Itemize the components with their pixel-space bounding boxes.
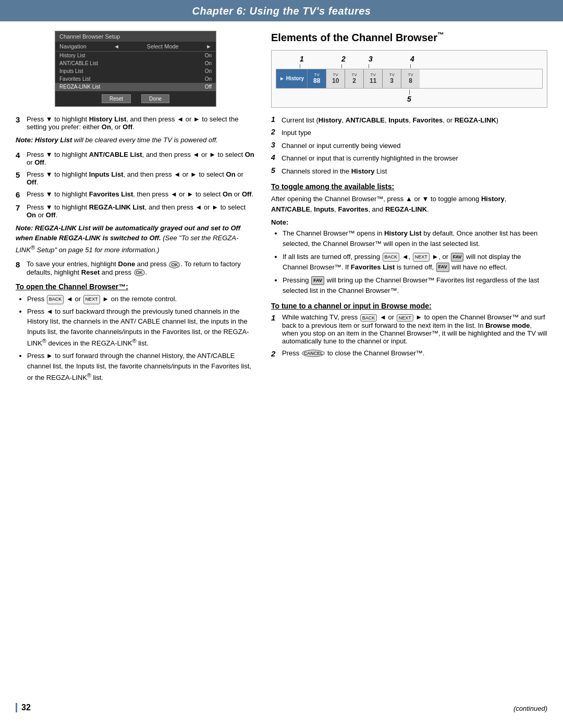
right-item-text: Current list (History, ANT/CABLE, Inputs…	[282, 115, 498, 126]
open-bullet-3: Press ► to surf forward through the chan…	[27, 351, 255, 383]
settings-table: History ListOnANT/CABLE ListOnInputs Lis…	[55, 52, 216, 91]
left-column: Channel Browser Setup Navigation ◄ Selec…	[16, 31, 255, 387]
right-item: 5Channels stored in the History List	[271, 166, 547, 177]
chapter-title: Chapter 6: Using the TV's features	[0, 5, 563, 17]
step-4-text: Press ▼ to highlight ANT/CABLE List, and…	[27, 151, 255, 166]
nav-arrow-left: ◄	[114, 43, 119, 50]
diagram-cell: TV11	[363, 69, 382, 88]
screenshot-row: Inputs ListOn	[55, 67, 216, 75]
reset-button[interactable]: Reset	[102, 94, 131, 103]
toggle-heading: To toggle among the available lists:	[271, 182, 547, 191]
done-button[interactable]: Done	[141, 94, 169, 103]
step-6-text: Press ▼ to highlight Favorites List, the…	[27, 190, 253, 198]
screenshot-box: Channel Browser Setup Navigation ◄ Selec…	[55, 31, 216, 107]
step-6-block: 6 Press ▼ to highlight Favorites List, t…	[16, 190, 255, 199]
step-7-num: 7	[16, 203, 25, 212]
diagram-5-area: 5	[276, 90, 543, 103]
note-box: Note: The Channel Browser™ opens in Hist…	[271, 218, 547, 295]
diagram-num-3: 3	[369, 55, 410, 63]
back-icon3: BACK	[360, 314, 377, 322]
step-5-num: 5	[16, 170, 25, 179]
fav-icon3: FAV	[311, 276, 324, 286]
note-bullet-2: If all lists are turned off, pressing BA…	[283, 252, 547, 272]
screenshot-row: ANT/CABLE ListOn	[55, 59, 216, 67]
note-history-list: Note: History List will be cleared every…	[16, 135, 255, 145]
back-icon: BACK	[47, 295, 64, 304]
tune-step-2-text: Press CANCEL to close the Channel Browse…	[282, 349, 424, 357]
screenshot-row: History ListOn	[55, 52, 216, 59]
next-icon2: NEXT	[413, 253, 430, 262]
screenshot-header: Navigation ◄ Select Mode ►	[55, 42, 216, 52]
step-5-block: 5 Press ▼ to highlight Inputs List, and …	[16, 170, 255, 186]
screenshot-row: REGZA-LINK ListOff	[55, 83, 216, 91]
note-bullet-1: The Channel Browser™ opens in History Li…	[283, 228, 547, 249]
diagram-number-row: 1 2 3 4	[276, 55, 543, 63]
right-item-num: 4	[271, 153, 279, 162]
right-item-num: 1	[271, 115, 279, 124]
diagram-ticks	[276, 64, 543, 68]
right-item: 2Input type	[271, 128, 547, 138]
step-3-text: Press ▼ to highlight History List, and t…	[27, 115, 255, 131]
screenshot-buttons: Reset Done	[55, 91, 216, 106]
tune-step-1-num: 1	[271, 313, 280, 322]
right-item: 1Current list (History, ANT/CABLE, Input…	[271, 115, 547, 126]
step-6-num: 6	[16, 190, 25, 199]
nav-arrow-right: ►	[206, 43, 212, 50]
tune-heading: To tune to a channel or input in Browse …	[271, 302, 547, 310]
step-8-block: 8 To save your entries, highlight Done a…	[16, 260, 255, 276]
open-bullet-1: Press BACK ◄ or NEXT ► on the remote con…	[27, 294, 255, 304]
page-header: Chapter 6: Using the TV's features	[0, 0, 563, 21]
diagram-cell: TV2	[345, 69, 363, 88]
right-item-text: Input type	[282, 128, 311, 138]
page-number: 32	[16, 703, 31, 712]
tune-step-1-text: While watching TV, press BACK ◄ or NEXT …	[282, 313, 547, 345]
elements-list: 1Current list (History, ANT/CABLE, Input…	[271, 115, 547, 177]
open-browser-list: Press BACK ◄ or NEXT ► on the remote con…	[16, 294, 255, 383]
right-item-text: Channel or input currently being viewed	[282, 141, 400, 151]
step-3-num: 3	[16, 115, 25, 124]
right-item-num: 5	[271, 166, 279, 175]
step-4-num: 4	[16, 151, 25, 159]
diagram-bar: ► History TV88TV10TV2TV11TV3TV8	[276, 69, 543, 89]
note-bullet-3: Pressing FAV will bring up the Channel B…	[283, 275, 547, 295]
elements-heading: Elements of the Channel Browser™	[271, 31, 547, 44]
tune-step-1: 1 While watching TV, press BACK ◄ or NEX…	[271, 313, 547, 345]
step-5-text: Press ▼ to highlight Inputs List, and th…	[27, 170, 255, 186]
step-7-text: Press ▼ to highlight REGZA-LINK List, an…	[27, 203, 255, 219]
note-regza-link: Note: REGZA-LINK List will be automatica…	[16, 223, 255, 255]
diagram-cell: TV88	[307, 69, 326, 88]
ok-icon: OK	[169, 261, 180, 268]
ok-icon2: OK	[134, 269, 145, 276]
next-icon: NEXT	[83, 295, 100, 304]
diagram-num-1: 1	[300, 55, 341, 63]
step-8-text: To save your entries, highlight Done and…	[27, 260, 255, 276]
cancel-icon: CANCEL	[302, 350, 325, 357]
note-label: Note:	[271, 218, 288, 226]
select-mode-label: Select Mode	[147, 43, 179, 50]
page-footer: 32 (continued)	[16, 703, 547, 712]
diagram-cell: TV3	[382, 69, 401, 88]
screenshot-row: Favorites ListOn	[55, 75, 216, 83]
screenshot-title: Channel Browser Setup	[55, 31, 216, 42]
right-item-text: Channel or input that is currently highl…	[282, 153, 458, 164]
tune-step-2: 2 Press CANCEL to close the Channel Brow…	[271, 349, 547, 358]
tune-step-2-num: 2	[271, 349, 280, 358]
diagram-cell: TV8	[401, 69, 420, 88]
fav-icon: FAV	[451, 253, 464, 262]
right-column: Elements of the Channel Browser™ 1 2 3 4…	[271, 31, 547, 387]
diagram-num-5: 5	[407, 95, 411, 103]
diagram-cell: TV10	[326, 69, 345, 88]
diagram-cells: TV88TV10TV2TV11TV3TV8	[307, 69, 542, 88]
toggle-text: After opening the Channel Browser™, pres…	[271, 194, 547, 214]
right-item: 3Channel or input currently being viewed	[271, 141, 547, 151]
right-item-num: 3	[271, 141, 279, 149]
fav-icon2: FAV	[436, 263, 449, 272]
right-item-num: 2	[271, 128, 279, 136]
step-3-block: 3 Press ▼ to highlight History List, and…	[16, 115, 255, 131]
next-icon3: NEXT	[397, 314, 413, 322]
diagram-num-4: 4	[410, 55, 543, 63]
step-8-num: 8	[16, 260, 25, 269]
step-7-block: 7 Press ▼ to highlight REGZA-LINK List, …	[16, 203, 255, 219]
open-browser-heading: To open the Channel Browser™:	[16, 282, 255, 291]
channel-browser-diagram: 1 2 3 4 ► History TV88TV10TV2TV11TV3TV8	[271, 50, 547, 108]
